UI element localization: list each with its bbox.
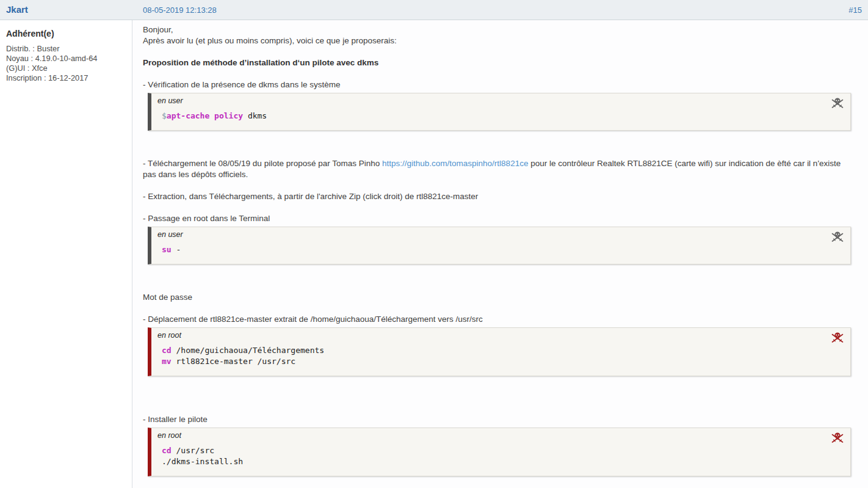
step-download: - Téléchargement le 08/05/19 du pilote p… bbox=[143, 158, 851, 180]
post-date-link[interactable]: 08-05-2019 12:13:28 bbox=[143, 5, 217, 15]
author-sidebar: Adhérent(e) Distrib. : Buster Noyau : 4.… bbox=[0, 20, 132, 488]
github-driver-link[interactable]: https://github.com/tomaspinho/rtl8821ce bbox=[382, 159, 528, 168]
command-args: - bbox=[172, 245, 181, 254]
post-header: Jkart 08-05-2019 12:13:28 #15 bbox=[0, 0, 868, 20]
code-mode-label: en root bbox=[157, 431, 844, 440]
code-line: $apt-cache policy dkms bbox=[162, 111, 844, 122]
code-mode-label: en root bbox=[157, 331, 844, 340]
post-header-meta-cell: 08-05-2019 12:13:28 #15 bbox=[132, 5, 868, 15]
shell-prompt: $ bbox=[162, 111, 167, 120]
forum-post-page: Jkart 08-05-2019 12:13:28 #15 Adhérent(e… bbox=[0, 0, 868, 488]
author-distro: Distrib. : Buster bbox=[6, 44, 127, 54]
code-block-root-1: en root bbox=[148, 327, 851, 376]
author-role: Adhérent(e) bbox=[6, 29, 127, 38]
command-name: mv bbox=[162, 357, 172, 366]
code-line: ./dkms-install.sh bbox=[162, 456, 844, 467]
step-install: - Installer le pilote bbox=[143, 414, 851, 425]
command-args: dkms bbox=[243, 111, 267, 120]
author-link[interactable]: Jkart bbox=[6, 4, 28, 15]
greeting-paragraph: Bonjour,Après avoir lu (et plus ou moins… bbox=[143, 24, 851, 46]
post-content: Bonjour,Après avoir lu (et plus ou moins… bbox=[132, 20, 868, 488]
author-registration: Inscription : 16-12-2017 bbox=[6, 73, 127, 83]
code-line: su - bbox=[162, 244, 844, 255]
post-header-author-cell: Jkart bbox=[0, 4, 132, 15]
command-name: apt-cache policy bbox=[167, 111, 243, 120]
pirate-skull-icon bbox=[830, 331, 845, 344]
author-kernel: Noyau : 4.19.0-10-amd-64 bbox=[6, 54, 127, 64]
code-content: su - bbox=[157, 244, 844, 255]
pirate-skull-icon bbox=[830, 97, 845, 109]
author-gui: (G)UI : Xfce bbox=[6, 64, 127, 73]
pirate-skull-icon bbox=[830, 431, 845, 444]
code-block-user-1: en user bbox=[148, 93, 851, 131]
code-content: $apt-cache policy dkms bbox=[157, 111, 844, 122]
command-name: cd bbox=[162, 346, 172, 355]
code-line: cd /home/guichaoua/Téléchargements bbox=[162, 345, 844, 356]
greeting-line-1: Bonjour, bbox=[143, 25, 173, 34]
post-number-link[interactable]: #15 bbox=[848, 5, 862, 15]
step-move: - Déplacement de rtl8821ce-master extrai… bbox=[143, 314, 851, 325]
code-content: cd /usr/src./dkms-install.sh bbox=[157, 445, 844, 467]
step-verification: - Vérification de la présence de dkms da… bbox=[143, 79, 851, 90]
code-block-root-2: en root bbox=[148, 428, 851, 476]
greeting-line-2: Après avoir lu (et plus ou moins compris… bbox=[143, 36, 397, 45]
step-root: - Passage en root dans le Terminal bbox=[143, 213, 851, 224]
code-content: cd /home/guichaoua/Téléchargementsmv rtl… bbox=[157, 345, 844, 367]
password-label: Mot de passe bbox=[143, 292, 851, 303]
pirate-skull-icon bbox=[830, 230, 845, 243]
command-name: su bbox=[162, 245, 172, 254]
post-body: Adhérent(e) Distrib. : Buster Noyau : 4.… bbox=[0, 20, 868, 488]
command-args: ./dkms-install.sh bbox=[162, 457, 243, 466]
code-block-user-2: en user bbox=[148, 227, 851, 264]
code-line: cd /usr/src bbox=[162, 445, 844, 456]
code-line: mv rtl8821ce-master /usr/src bbox=[162, 356, 844, 367]
download-text-before: - Téléchargement le 08/05/19 du pilote p… bbox=[143, 159, 382, 168]
code-mode-label: en user bbox=[157, 97, 844, 106]
command-args: rtl8821ce-master /usr/src bbox=[172, 357, 296, 366]
command-args: /home/guichaoua/Téléchargements bbox=[172, 346, 324, 355]
command-name: cd bbox=[162, 446, 172, 455]
step-extraction: - Extraction, dans Téléchargements, à pa… bbox=[143, 191, 851, 202]
code-mode-label: en user bbox=[157, 230, 844, 239]
command-args: /usr/src bbox=[172, 446, 214, 455]
proposal-heading: Proposition de méthode d’installation d‘… bbox=[143, 57, 851, 68]
